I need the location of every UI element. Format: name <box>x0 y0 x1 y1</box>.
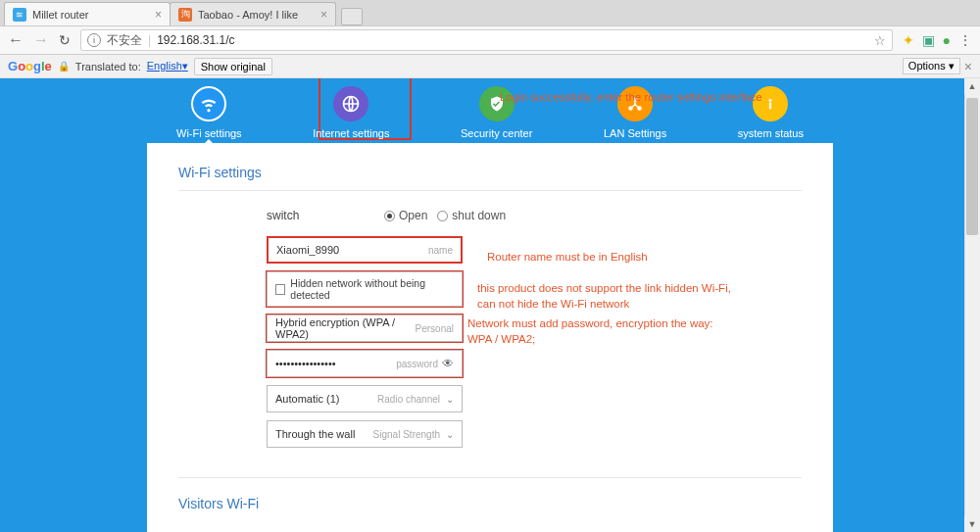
site-info-icon[interactable]: i <box>87 33 101 47</box>
address-bar[interactable]: i 不安全 | 192.168.31.1/c ☆ <box>80 29 893 51</box>
menu-icon[interactable]: ⋮ <box>958 32 972 48</box>
field-hint: Signal Strength <box>373 429 440 440</box>
section-title-wifi: Wi-Fi settings <box>178 165 802 180</box>
field-hint: Personal <box>416 323 454 334</box>
close-icon[interactable]: × <box>320 8 327 22</box>
new-tab-button[interactable] <box>341 8 363 25</box>
divider <box>178 190 802 191</box>
tab-taobao[interactable]: 淘 Taobao - Amoy! I like × <box>170 2 336 25</box>
nav-label: Security center <box>461 127 532 139</box>
back-button[interactable]: ← <box>8 31 24 49</box>
tab-millet-router[interactable]: ≋ Millet router × <box>4 2 171 25</box>
close-translate-icon[interactable]: × <box>964 59 972 74</box>
extension-icon[interactable]: ● <box>943 32 951 48</box>
signal-strength-select[interactable]: Through the wall Signal Strength ⌄ <box>267 420 463 448</box>
scroll-thumb[interactable] <box>966 98 978 235</box>
bookmark-star-icon[interactable]: ☆ <box>874 33 886 48</box>
field-hint: password <box>396 359 438 369</box>
radio-channel-select[interactable]: Automatic (1) Radio channel ⌄ <box>267 385 463 412</box>
nav-label: Wi-Fi settings <box>176 127 242 139</box>
annotation-encryption: Network must add password, encryption th… <box>467 316 722 347</box>
radio-open[interactable] <box>384 211 395 221</box>
url-text: 192.168.31.1/c <box>157 33 234 47</box>
close-icon[interactable]: × <box>155 8 162 22</box>
translate-options-button[interactable]: Options ▾ <box>903 58 960 74</box>
translate-bar: Google 🔒 Translated to: English▾ Show or… <box>0 55 980 78</box>
hidden-network-label: Hidden network without being detected <box>290 277 454 301</box>
field-hint: Radio channel <box>377 394 440 405</box>
annotation-name: Router name must be in English <box>487 250 703 266</box>
google-logo: Google <box>8 59 52 73</box>
tab-title: Millet router <box>32 9 88 21</box>
scroll-up-icon[interactable]: ▲ <box>964 78 980 94</box>
extension-icon[interactable]: ▣ <box>922 32 935 48</box>
vertical-scrollbar[interactable]: ▲ ▼ <box>964 78 980 532</box>
wifi-form: switch Open shut down Xiaomi_8990 name R… <box>267 209 678 448</box>
settings-card: Wi-Fi settings switch Open shut down Xia… <box>147 143 833 532</box>
wifi-name-value: Xiaomi_8990 <box>276 244 339 256</box>
channel-value: Automatic (1) <box>275 393 339 405</box>
radio-shutdown[interactable] <box>437 211 448 221</box>
lock-icon: 🔒 <box>58 61 70 72</box>
chevron-down-icon: ⌄ <box>446 429 454 440</box>
scroll-down-icon[interactable]: ▼ <box>964 516 980 532</box>
annotation-hidden: this product does not support the link h… <box>477 281 752 312</box>
nav-label: system status <box>738 127 804 139</box>
section-title-visitors: Visitors Wi-Fi <box>178 496 802 511</box>
encryption-value: Hybrid encryption (WPA / WPA2) <box>275 316 416 340</box>
annotation-login-success: Login successfully, enter the router set… <box>500 90 853 106</box>
insecure-label: 不安全 <box>107 32 142 49</box>
browser-toolbar: ← → ↻ i 不安全 | 192.168.31.1/c ☆ ✦ ▣ ● ⋮ <box>0 25 980 55</box>
wifi-name-input[interactable]: Xiaomi_8990 name <box>267 236 463 264</box>
forward-button[interactable]: → <box>33 31 49 49</box>
globe-icon <box>333 86 368 121</box>
radio-open-label: Open <box>399 209 427 222</box>
wifi-icon <box>191 86 226 121</box>
browser-tabstrip: ≋ Millet router × 淘 Taobao - Amoy! I lik… <box>0 0 980 25</box>
extension-icons: ✦ ▣ ● ⋮ <box>903 32 972 48</box>
hidden-network-checkbox-row[interactable]: Hidden network without being detected <box>267 271 463 307</box>
extension-icon[interactable]: ✦ <box>903 32 914 48</box>
reload-button[interactable]: ↻ <box>59 32 71 48</box>
nav-label: Internet settings <box>313 127 389 139</box>
switch-label: switch <box>267 209 374 222</box>
switch-row: switch Open shut down <box>267 209 678 222</box>
tab-title: Taobao - Amoy! I like <box>198 9 298 21</box>
signal-value: Through the wall <box>275 428 355 440</box>
show-original-button[interactable]: Show original <box>194 58 272 75</box>
taobao-favicon-icon: 淘 <box>178 8 192 22</box>
language-dropdown[interactable]: English▾ <box>147 60 188 73</box>
password-value: •••••••••••••••• <box>275 358 336 369</box>
nav-wifi-settings[interactable]: Wi-Fi settings <box>176 86 242 139</box>
router-top-nav: Wi-Fi settings Internet settings Securit… <box>147 78 833 147</box>
eye-icon[interactable]: 👁 <box>442 357 454 370</box>
nav-internet-settings[interactable]: Internet settings <box>313 86 389 139</box>
chevron-down-icon: ⌄ <box>446 394 454 405</box>
wifi-favicon-icon: ≋ <box>13 8 26 22</box>
checkbox-icon[interactable] <box>275 284 285 295</box>
encryption-select[interactable]: Hybrid encryption (WPA / WPA2)Personal <box>267 314 463 342</box>
page-content: Wi-Fi settings Internet settings Securit… <box>0 78 980 532</box>
nav-label: LAN Settings <box>604 127 666 139</box>
password-input[interactable]: •••••••••••••••• password 👁 <box>267 350 463 377</box>
field-hint: name <box>428 245 453 256</box>
radio-shutdown-label: shut down <box>452 209 506 222</box>
translated-to-label: Translated to: <box>75 61 141 73</box>
divider <box>178 477 802 478</box>
